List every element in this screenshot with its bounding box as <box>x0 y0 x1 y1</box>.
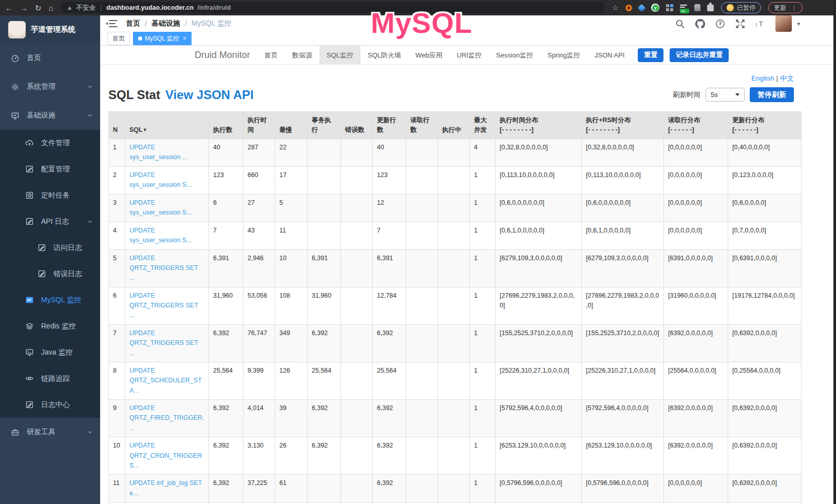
breadcrumb-item: MySQL 监控 <box>192 19 232 28</box>
druid-brand[interactable]: Druid Monitor <box>187 50 257 61</box>
cell-running <box>438 287 470 324</box>
col-header-sql[interactable]: SQL▼ <box>125 112 209 139</box>
url-bar[interactable]: ▲ 不安全 dashboard.yudao.iocoder.cn/infra/d… <box>61 2 605 13</box>
breadcrumb-item[interactable]: 首页 <box>126 19 140 28</box>
forward-icon[interactable]: → <box>20 4 28 12</box>
cell-update_dist: [0,6392,0,0,0,0] <box>728 437 802 475</box>
sidebar-item-config-management[interactable]: 配置管理 <box>0 156 100 182</box>
log-and-reset-button[interactable]: 记录日志并重置 <box>670 48 729 62</box>
sidebar-item-error-log[interactable]: 错误日志 <box>0 261 100 287</box>
search-icon[interactable] <box>675 19 685 29</box>
cell-exec_count: 6,392 <box>209 324 243 362</box>
cell-exec_rs_dist: [6253,129,10,0,0,0,0,0] <box>582 437 664 475</box>
update-label: 更新 <box>774 4 786 12</box>
sql-link[interactable]: UPDATE sys_user_session S... <box>129 171 192 188</box>
sidebar-item-label: 定时任务 <box>41 191 93 200</box>
sidebar-item-label: 链路追踪 <box>41 374 93 383</box>
druid-tab[interactable]: JSON API <box>587 46 632 65</box>
sql-link[interactable]: UPDATE QRTZ_CRON_TRIGGERS... <box>129 442 202 469</box>
sidebar-item-redis-monitor[interactable]: Redis 监控 <box>0 313 100 339</box>
reload-icon[interactable]: ↻ <box>35 4 42 12</box>
tag-tab-active[interactable]: MySQL 监控× <box>133 32 192 45</box>
fullscreen-icon[interactable] <box>735 19 745 29</box>
sidebar-item-file-management[interactable]: 文件管理 <box>0 130 100 156</box>
extension-gray-icon[interactable] <box>694 4 700 11</box>
window-right-edge <box>833 0 836 504</box>
bookmark-star-icon[interactable]: ☆ <box>612 4 619 12</box>
hamburger-icon[interactable] <box>107 20 118 28</box>
cell-read_dist: [0,0,0,0,0,0] <box>664 194 728 222</box>
col-header-read_rows: 读取行数 <box>406 112 438 139</box>
cell-max_concurrent: 1 <box>470 475 496 502</box>
paused-extension-pill[interactable]: 已暂停 <box>721 2 761 13</box>
lang-link[interactable]: 中文 <box>780 74 794 82</box>
col-header-slowest: 最慢 <box>275 112 308 139</box>
sql-link[interactable]: UPDATE QRTZ_FIRED_TRIGGER... <box>129 404 204 432</box>
browser-update-pill[interactable]: 更新 ⋮ <box>768 2 803 13</box>
pause-refresh-button[interactable]: 暂停刷新 <box>750 87 794 102</box>
dashboard-icon <box>10 53 20 63</box>
extension-list-icon[interactable]: on <box>680 4 688 11</box>
druid-tab[interactable]: SQL监控 <box>319 46 360 65</box>
sql-link[interactable]: UPDATE sys_user_session ... <box>129 144 187 161</box>
log-icon <box>25 217 34 226</box>
sql-link[interactable]: UPDATE QRTZ_TRIGGERS SET ... <box>129 255 198 282</box>
cell-update_dist: [0,6392,0,0,0,0] <box>728 475 802 502</box>
sidebar-item-scheduled-jobs[interactable]: 定时任务 <box>0 182 100 208</box>
sql-link[interactable]: UPDATE sys_user_session S... <box>129 227 192 244</box>
sql-link[interactable]: UPDATE QRTZ_SCHEDULER_STA... <box>129 367 202 394</box>
extension-green-icon[interactable]: y <box>651 4 659 12</box>
mysql-overlay-label: MySQL <box>371 6 472 40</box>
cell-read_rows <box>406 139 438 166</box>
sidebar-item-mysql-monitor[interactable]: MySQL 监控 <box>0 287 100 313</box>
refresh-interval-select[interactable]: 5s <box>706 88 745 102</box>
sidebar-menu: 首页系统管理基础设施文件管理配置管理定时任务API 日志访问日志错误日志MySQ… <box>0 44 100 447</box>
menu-dots-icon[interactable]: ⋮ <box>790 4 797 12</box>
sidebar-item-system-management[interactable]: 系统管理 <box>0 72 100 101</box>
extensions-puzzle-icon[interactable] <box>707 5 714 11</box>
reset-button[interactable]: 重置 <box>638 48 663 62</box>
extension-grid-icon[interactable] <box>666 4 673 11</box>
druid-tab[interactable]: SQL防火墙 <box>360 46 408 65</box>
user-avatar[interactable] <box>775 15 792 32</box>
home-icon[interactable]: ⌂ <box>49 4 53 12</box>
sidebar-item-log-center[interactable]: 日志中心 <box>0 392 100 418</box>
tag-tab-inactive[interactable]: 首页 <box>107 32 130 45</box>
cell-exec_rs_dist: [0,6,0,0,0,0,0,0] <box>582 194 664 222</box>
cell-update_rows: 25,564 <box>373 362 406 399</box>
druid-tab[interactable]: Session监控 <box>489 46 540 65</box>
sql-link[interactable]: UPDATE QRTZ_TRIGGERS SET ... <box>129 329 198 357</box>
cell-sql: UPDATE QRTZ_TRIGGERS SET ... <box>125 324 209 362</box>
close-tab-icon[interactable]: × <box>183 35 186 42</box>
sidebar-item-tracing[interactable]: 链路追踪 <box>0 365 100 392</box>
druid-tab[interactable]: Spring监控 <box>540 46 587 65</box>
druid-tab[interactable]: 首页 <box>257 46 285 65</box>
avatar-caret-icon[interactable]: ▾ <box>797 21 800 27</box>
cell-slowest: 10 <box>275 249 308 287</box>
druid-tab[interactable]: URI监控 <box>450 46 489 65</box>
cell-exec_time: 27 <box>243 194 275 222</box>
cell-slowest: 11 <box>275 222 308 249</box>
sidebar-item-api-log[interactable]: API 日志 <box>0 208 100 235</box>
back-icon[interactable]: ← <box>5 4 13 12</box>
github-icon[interactable] <box>695 19 705 29</box>
sql-link[interactable]: UPDATE inf_job_log SET e... <box>129 479 202 496</box>
druid-tab[interactable]: 数据源 <box>285 46 319 65</box>
sidebar-item-java-monitor[interactable]: Java 监控 <box>0 339 100 365</box>
sidebar-item-home[interactable]: 首页 <box>0 44 100 72</box>
help-icon[interactable]: ? <box>715 19 725 29</box>
mysql-icon <box>25 296 34 305</box>
lang-link[interactable]: English <box>751 74 774 82</box>
druid-tab[interactable]: Web应用 <box>408 46 450 65</box>
cell-sql: UPDATE sys_user_session S... <box>125 222 209 249</box>
sidebar-item-infrastructure[interactable]: 基础设施 <box>0 101 100 130</box>
view-json-api-link[interactable]: View JSON API <box>165 88 254 102</box>
sql-link[interactable]: UPDATE sys_user_session S... <box>129 199 192 216</box>
sidebar-item-dev-tools[interactable]: 研发工具 <box>0 418 100 447</box>
extension-gem-icon[interactable] <box>638 4 646 12</box>
font-size-icon[interactable]: тT <box>755 19 765 29</box>
sidebar-item-access-log[interactable]: 访问日志 <box>0 235 100 261</box>
breadcrumb-item[interactable]: 基础设施 <box>151 19 180 28</box>
sql-link[interactable]: UPDATE QRTZ_TRIGGERS SET ... <box>129 292 198 319</box>
extension-orange-icon[interactable] <box>625 5 632 11</box>
